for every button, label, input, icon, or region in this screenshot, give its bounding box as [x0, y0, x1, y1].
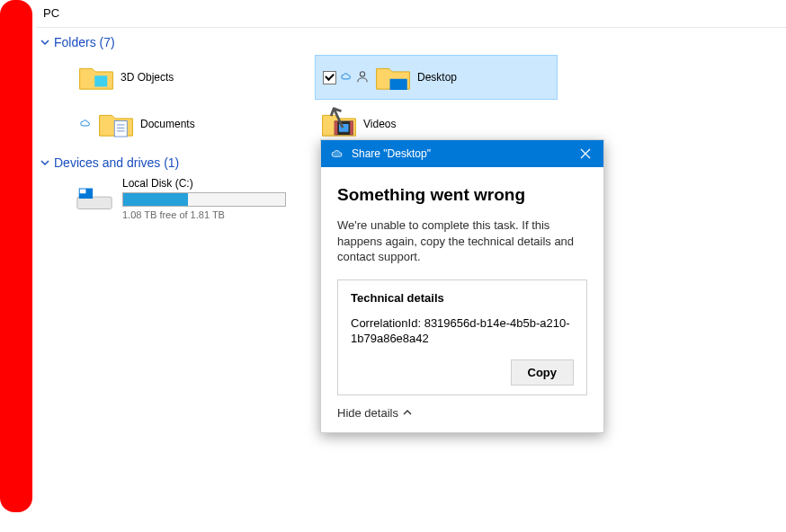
dialog-message: We're unable to complete this task. If t…: [337, 217, 587, 265]
close-button[interactable]: [567, 140, 603, 167]
chevron-up-icon: [402, 407, 413, 418]
folder-icon: [320, 105, 358, 143]
section-folders-header[interactable]: Folders (7): [36, 28, 786, 55]
folder-icon: [77, 58, 115, 96]
folder-label: Documents: [140, 118, 195, 130]
folder-item-documents[interactable]: Documents: [72, 102, 315, 146]
section-drives-count: (1): [164, 155, 179, 170]
svg-rect-11: [77, 197, 112, 208]
folder-label: Videos: [363, 118, 396, 130]
chevron-right-icon: [40, 157, 50, 168]
svg-rect-0: [94, 75, 107, 86]
drive-usage-bar: [122, 192, 286, 207]
folder-icon: [97, 105, 135, 143]
folder-label: Desktop: [417, 71, 457, 84]
drive-item[interactable]: Local Disk (C:) 1.08 TB free of 1.81 TB: [72, 175, 345, 222]
section-folders-title: Folders: [54, 35, 96, 49]
folder-label: 3D Objects: [121, 71, 174, 84]
hide-details-label: Hide details: [337, 406, 398, 420]
share-dialog: Share "Desktop" Something went wrong We'…: [320, 139, 604, 433]
drive-label: Local Disk (C:): [122, 177, 286, 190]
dialog-title: Share "Desktop": [352, 147, 567, 160]
onedrive-cloud-icon: [330, 146, 344, 161]
breadcrumb[interactable]: PC: [36, 0, 786, 28]
shared-person-icon: [356, 70, 369, 85]
drive-usage-fill: [123, 193, 188, 206]
chevron-down-icon: [40, 37, 50, 48]
svg-rect-10: [339, 124, 349, 132]
technical-details-value: CorrelationId: 8319656d-b14e-4b5b-a210-1…: [351, 315, 574, 347]
section-drives-title: Devices and drives: [54, 155, 160, 170]
drive-icon: [74, 182, 115, 215]
svg-point-1: [360, 71, 364, 75]
svg-rect-13: [80, 189, 86, 193]
folder-item-3d-objects[interactable]: 3D Objects: [72, 55, 315, 100]
dialog-titlebar[interactable]: Share "Desktop": [321, 140, 603, 167]
svg-rect-9: [350, 121, 353, 136]
drive-free-text: 1.08 TB free of 1.81 TB: [122, 209, 286, 220]
section-folders-count: (7): [100, 35, 115, 49]
technical-details-heading: Technical details: [351, 291, 574, 305]
copy-button[interactable]: Copy: [511, 359, 575, 386]
breadcrumb-current: PC: [43, 6, 59, 20]
redaction-overlay: [0, 0, 32, 512]
dialog-heading: Something went wrong: [337, 185, 587, 205]
svg-rect-2: [390, 79, 407, 90]
svg-rect-3: [114, 121, 127, 137]
hide-details-toggle[interactable]: Hide details: [337, 406, 587, 420]
cloud-sync-icon: [340, 70, 353, 85]
cloud-sync-icon: [79, 117, 92, 132]
folder-icon: [374, 58, 412, 96]
technical-details-box: Technical details CorrelationId: 8319656…: [337, 279, 587, 395]
folder-item-desktop[interactable]: Desktop: [315, 55, 558, 100]
checkbox[interactable]: [323, 71, 336, 84]
svg-rect-8: [335, 121, 338, 136]
